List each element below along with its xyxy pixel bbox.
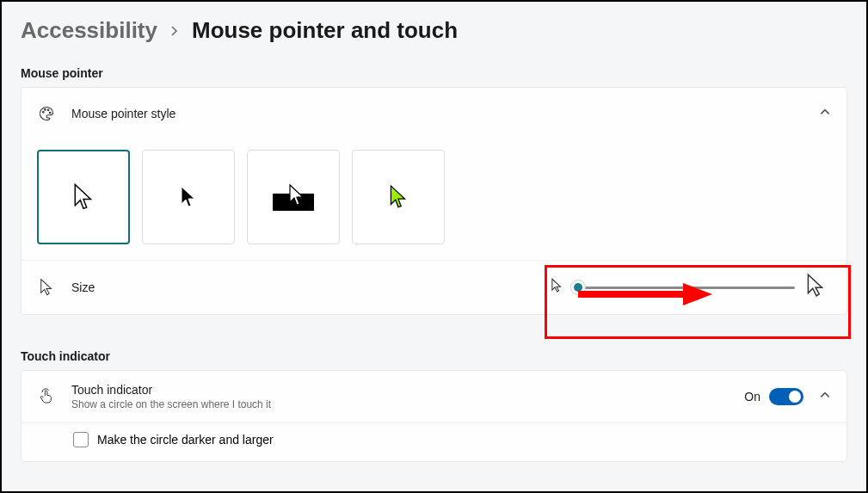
chevron-right-icon [169, 21, 180, 40]
chevron-up-icon [819, 106, 831, 121]
svg-point-2 [47, 109, 49, 111]
chevron-up-icon[interactable] [819, 389, 831, 404]
touch-indicator-card: Touch indicator Show a circle on the scr… [21, 370, 847, 462]
mouse-pointer-card: Mouse pointer style [21, 87, 847, 315]
pointer-large-icon [805, 273, 826, 302]
pointer-style-row[interactable]: Mouse pointer style [22, 88, 846, 139]
svg-point-3 [49, 112, 51, 114]
touch-darker-larger-label: Make the circle darker and larger [97, 433, 274, 447]
palette-icon [37, 105, 56, 122]
pointer-small-icon [551, 278, 563, 297]
pointer-style-label: Mouse pointer style [71, 107, 175, 120]
pointer-size-row: Size [22, 260, 846, 314]
pointer-style-white[interactable] [37, 150, 130, 244]
touch-indicator-row[interactable]: Touch indicator Show a circle on the scr… [22, 371, 846, 422]
touch-indicator-toggle[interactable] [769, 388, 803, 405]
page-title: Mouse pointer and touch [192, 17, 458, 44]
pointer-outline-icon [37, 278, 56, 297]
pointer-style-black[interactable] [142, 150, 235, 244]
breadcrumb: Accessibility Mouse pointer and touch [21, 17, 847, 44]
pointer-style-options [22, 139, 846, 260]
touch-darker-larger-checkbox[interactable] [73, 432, 89, 447]
section-heading-mouse-pointer: Mouse pointer [21, 66, 847, 80]
section-heading-touch-indicator: Touch indicator [21, 349, 847, 363]
pointer-style-custom[interactable] [352, 150, 445, 244]
svg-point-1 [45, 109, 46, 111]
touch-indicator-description: Show a circle on the screen where I touc… [71, 398, 271, 410]
breadcrumb-parent[interactable]: Accessibility [21, 17, 157, 44]
touch-icon [37, 388, 56, 405]
pointer-style-inverted[interactable] [247, 150, 340, 244]
touch-darker-larger-row[interactable]: Make the circle darker and larger [22, 422, 846, 461]
touch-indicator-label: Touch indicator [71, 383, 271, 397]
svg-point-0 [42, 112, 44, 114]
pointer-size-slider-group [551, 273, 831, 302]
pointer-size-slider[interactable] [573, 279, 795, 296]
pointer-size-label: Size [71, 280, 95, 294]
toggle-state-label: On [744, 390, 760, 404]
slider-thumb[interactable] [571, 280, 585, 294]
